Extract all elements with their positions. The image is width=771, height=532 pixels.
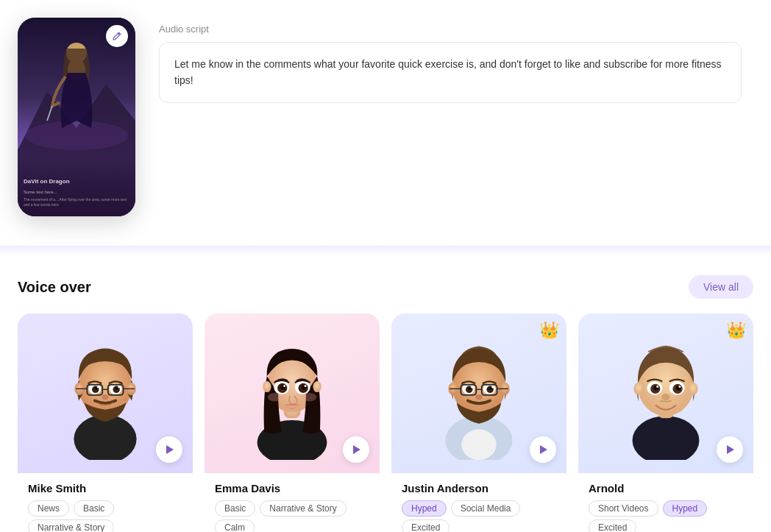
svg-point-71 [656,386,658,388]
phone-subtitle: Some text here... [24,189,129,195]
avatar-arnold [614,327,717,460]
phone-body: The movement of a... After flying over t… [24,197,129,208]
voice-card-emma-davis: Emma Davis Basic Narrative & Story Calm [205,313,380,532]
voice-name-mike-smith: Mike Smith [28,482,182,494]
svg-point-60 [633,416,700,460]
crown-badge-justin: 👑 [539,321,559,340]
crown-badge-arnold: 👑 [726,321,746,340]
svg-point-75 [675,392,692,402]
svg-point-37 [305,385,307,387]
view-all-button[interactable]: View all [689,275,753,299]
svg-point-18 [118,386,119,388]
voice-cards-grid: Mike Smith News Basic Narrative & Story [18,313,753,532]
tag-row-1-arnold: Short Videos Hyped [589,500,743,517]
card-info-mike-smith: Mike Smith News Basic Narrative & Story [18,473,193,532]
card-info-justin-anderson: Justin Anderson Hyped Social Media Excit… [391,473,566,532]
voice-name-emma-davis: Emma Davis [215,482,369,494]
tag-row-2-arnold: Excited [589,519,743,532]
voiceover-header: Voice over View all [18,275,753,299]
tag-short-videos-arnold: Short Videos [589,500,658,517]
svg-point-17 [97,386,99,388]
audio-script-label: Audio script [159,24,742,35]
tag-row-2-justin: Excited [402,519,556,532]
tag-hyped-arnold: Hyped [663,500,708,517]
voiceover-section: Voice over View all [0,255,771,532]
tag-excited-justin: Excited [402,519,450,532]
tag-hyped-justin: Hyped [402,500,447,517]
voice-card-justin-anderson: 👑 [391,313,566,532]
tag-narrative-story-emma: Narrative & Story [260,500,346,517]
tag-row-1-mike-smith: News Basic [28,500,182,517]
voice-name-arnold: Arnold [589,482,743,494]
avatar-justin-anderson [427,327,530,460]
svg-point-53 [491,386,493,388]
play-button-arnold[interactable] [717,436,743,463]
svg-point-41 [461,429,496,460]
voice-card-arnold: 👑 [578,313,753,532]
svg-point-2 [25,121,128,150]
svg-point-52 [471,386,472,388]
phone-frame: DaVit on Dragon Some text here... The mo… [18,18,135,216]
tag-calm-emma: Calm [215,519,255,532]
tag-narrative-story: Narrative & Story [28,519,114,532]
card-info-emma-davis: Emma Davis Basic Narrative & Story Calm [205,473,380,532]
tag-basic-emma: Basic [215,500,255,517]
avatar-mike-smith [54,327,157,460]
section-divider [0,246,771,255]
svg-point-29 [313,380,321,391]
svg-point-59 [475,394,482,400]
play-button-mike-smith[interactable] [156,436,182,463]
phone-title: DaVit on Dragon [24,177,129,185]
svg-point-74 [639,392,656,402]
avatar-area-mike-smith [18,313,193,473]
edit-button[interactable] [106,25,128,47]
avatar-area-arnold: 👑 [578,313,753,473]
svg-point-73 [661,394,669,400]
tag-row-2-mike-smith: Narrative & Story [28,519,182,532]
tag-news: News [28,500,69,517]
svg-point-39 [302,393,316,401]
play-button-emma-davis[interactable] [343,436,369,463]
svg-point-36 [283,385,285,387]
play-icon [540,445,547,454]
play-button-justin-anderson[interactable] [530,436,556,463]
tag-row-1-justin: Hyped Social Media [402,500,556,517]
voice-name-justin-anderson: Justin Anderson [402,482,556,494]
tag-row-2-emma-davis: Calm [215,519,369,532]
tag-social-media-justin: Social Media [451,500,521,517]
avatar-emma-davis [241,327,344,460]
svg-point-72 [679,386,681,388]
play-icon [353,445,360,454]
script-text-box: Let me know in the comments what your fa… [159,42,742,103]
play-icon [727,445,734,454]
phone-preview: DaVit on Dragon Some text here... The mo… [18,18,135,216]
tag-row-1-emma-davis: Basic Narrative & Story [215,500,369,517]
pencil-icon [112,31,122,41]
voice-card-mike-smith: Mike Smith News Basic Narrative & Story [18,313,193,532]
avatar-area-emma-davis [205,313,380,473]
top-section: DaVit on Dragon Some text here... The mo… [0,0,771,246]
phone-text-content: DaVit on Dragon Some text here... The mo… [24,177,129,208]
avatar-area-justin-anderson: 👑 [391,313,566,473]
tag-basic: Basic [74,500,114,517]
tag-excited-arnold: Excited [589,519,636,532]
svg-point-28 [263,380,271,391]
svg-point-24 [102,394,108,400]
svg-point-64 [688,382,697,394]
voiceover-title: Voice over [18,279,91,296]
svg-point-63 [633,382,643,394]
card-info-arnold: Arnold Short Videos Hyped Excited [578,473,753,532]
svg-point-38 [268,393,282,401]
script-section: Audio script Let me know in the comments… [159,18,742,103]
play-icon [166,445,174,454]
